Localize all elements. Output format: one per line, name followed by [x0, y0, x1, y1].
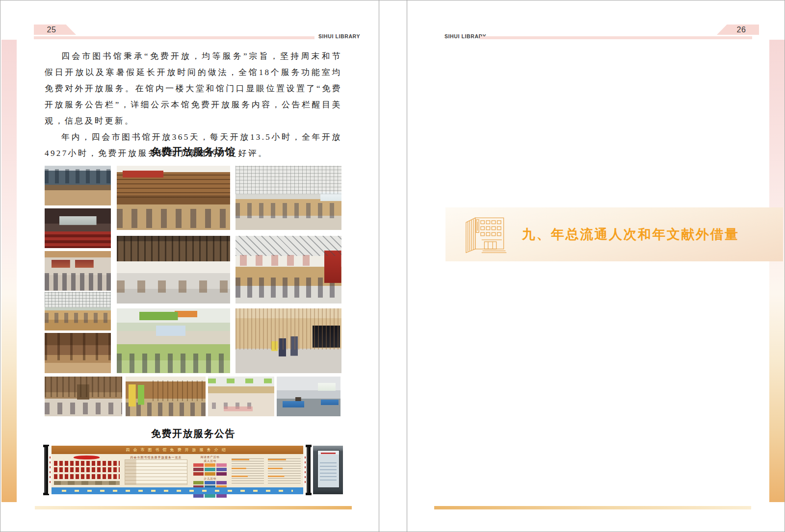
- recording-studio-photo: [236, 308, 341, 373]
- left-edge-decorative-strip: [1, 40, 17, 502]
- page-number-tab-26: 26: [717, 25, 759, 35]
- adult-activity-tags: [192, 463, 228, 476]
- brand-text-left-page: SIHUI LIBRARY: [318, 33, 360, 39]
- library-building-icon: [460, 213, 513, 255]
- notice-board-footer-band: [52, 487, 303, 494]
- notice-board-main: 四会市图书馆免费开放服务一览表 阅读推广活动 成人活动 少儿活动: [52, 454, 303, 487]
- notice-board-text-column: [268, 456, 301, 485]
- portrait-row: [54, 474, 119, 479]
- notice-board-text-column: [232, 456, 264, 485]
- notice-board-service-table: 四会市图书馆免费开放服务一览表: [125, 456, 187, 485]
- glass-display-case-photo: [313, 446, 343, 494]
- page-gutter-line-right: [407, 0, 407, 532]
- large-reading-hall-photo: [236, 166, 341, 230]
- kids-mat-area-photo: [208, 377, 274, 416]
- shuxiang-sihui-reading-area-photo: [117, 166, 230, 230]
- scroll-edge-left: [48, 446, 52, 494]
- page-gutter-line-left: [379, 0, 379, 532]
- portrait-row: [54, 467, 119, 472]
- gallery-section-title: 免费开放服务场馆: [45, 145, 342, 158]
- notice-section-title: 免费开放服务公告: [45, 427, 342, 440]
- exhibition-visit-photo: [45, 251, 111, 291]
- section-heading: 九、年总流通人次和年文献外借量: [522, 226, 739, 243]
- header-rule-left-page: [34, 36, 314, 39]
- grid-ceiling-reading-room-photo: [45, 292, 111, 330]
- body-text-block: 四会市图书馆秉承“免费开放，均等服务”宗旨，坚持周末和节假日开放以及寒暑假延长开…: [45, 48, 342, 161]
- bottom-decorative-bar-left-page: [35, 506, 352, 509]
- cinema-hall-photo: [45, 208, 111, 248]
- scroll-roller-icon: [307, 445, 311, 495]
- page-number-tab-25: 25: [34, 25, 76, 35]
- page-number: 26: [737, 25, 746, 34]
- report-spread: 25 SIHUI LIBRARY 四会市图书馆秉承“免费开放，均等服务”宗旨，坚…: [0, 0, 785, 532]
- traditional-study-room-photo: [45, 377, 122, 416]
- text-lines: [268, 458, 301, 485]
- notice-board-portrait-wall: [54, 456, 119, 485]
- photo-strip: [54, 481, 119, 485]
- wooden-reading-room-photo: [45, 333, 111, 373]
- portrait-row: [54, 461, 119, 466]
- activity-column-title: 阅读推广活动: [192, 456, 228, 459]
- service-table-grid: [125, 459, 187, 485]
- notice-board-photo: 四会市图书馆免费开放服务介绍 四会市图书馆免费开放服务一览表 阅读推广活动 成人…: [44, 446, 311, 494]
- adult-activity-label: 成人活动: [192, 459, 228, 463]
- bottom-decorative-bar-right-page: [434, 506, 751, 509]
- kids-activity-label: 少儿活动: [192, 477, 228, 481]
- page-number: 25: [47, 25, 56, 34]
- right-edge-decorative-strip: [769, 40, 785, 502]
- scroll-edge-right: [303, 446, 307, 494]
- notice-board-header-title: 四会市图书馆免费开放服务介绍: [126, 447, 229, 453]
- long-reading-room-photo: [117, 236, 230, 304]
- header-rule-right-page: [480, 36, 752, 39]
- children-activity-room-photo: [117, 308, 230, 373]
- library-stacks-photo: [45, 166, 111, 205]
- portrait-section-badge: [74, 456, 100, 459]
- text-lines: [232, 458, 264, 485]
- scroll-roller-icon: [44, 445, 48, 495]
- notice-board-activity-tags: 阅读推广活动 成人活动 少儿活动: [192, 456, 228, 485]
- display-case-poster: [317, 450, 340, 488]
- section-banner: 九、年总流通人次和年文献外借量: [445, 207, 783, 261]
- children-library-photo: [126, 377, 206, 416]
- notice-board-body: 四会市图书馆免费开放服务介绍 四会市图书馆免费开放服务一览表 阅读推广活动 成人…: [52, 446, 303, 494]
- red-wall-study-room-photo: [236, 236, 341, 304]
- craft-room-photo: [277, 377, 340, 416]
- notice-board-header-band: 四会市图书馆免费开放服务介绍: [52, 446, 303, 454]
- paragraph-opening-service: 四会市图书馆秉承“免费开放，均等服务”宗旨，坚持周末和节假日开放以及寒暑假延长开…: [45, 48, 342, 129]
